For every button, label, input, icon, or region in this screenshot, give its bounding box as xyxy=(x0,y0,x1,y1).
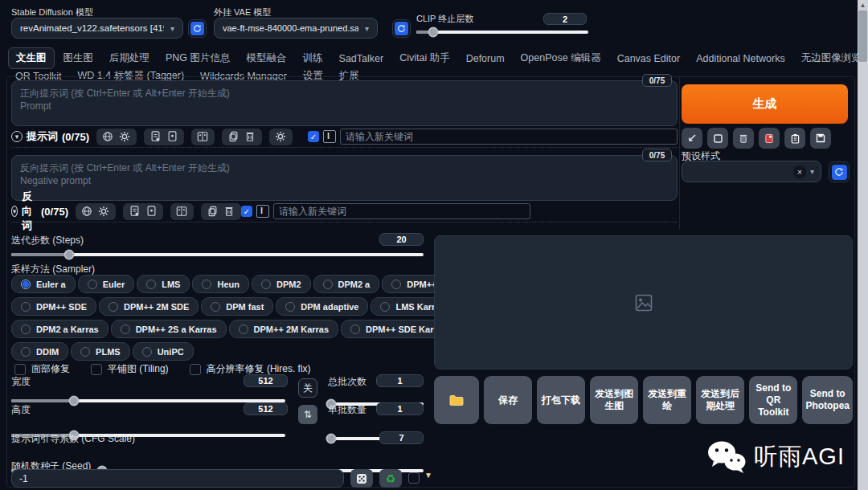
steps-value[interactable]: 20 xyxy=(379,233,424,246)
empty-square-button[interactable] xyxy=(707,128,728,149)
vae-refresh-button[interactable] xyxy=(392,19,411,38)
width-label: 宽度 xyxy=(11,375,31,389)
width-value[interactable]: 512 xyxy=(244,374,288,387)
open-folder-button[interactable] xyxy=(434,376,479,424)
sampler-option[interactable]: DDIM xyxy=(11,342,68,361)
sampler-option[interactable]: Heun xyxy=(192,275,249,293)
aspect-ratio-lock-button[interactable]: 关 xyxy=(298,378,317,398)
sampler-option[interactable]: DPM++ 2M Karras xyxy=(229,320,339,338)
random-seed-dice-button[interactable] xyxy=(350,469,373,488)
seed-extra-caret-icon[interactable]: ▼ xyxy=(424,471,432,480)
settings-gear-icon[interactable] xyxy=(119,131,131,143)
sampler-option[interactable]: DPM++ 2S a Karras xyxy=(111,320,227,338)
collapse-icon: ▾ xyxy=(11,131,23,142)
tab-additional-networks[interactable]: Additional Networks xyxy=(689,50,792,67)
radio-icon xyxy=(211,302,220,312)
new-keyword-input[interactable] xyxy=(340,129,678,145)
radio-icon xyxy=(21,325,31,334)
sampler-option[interactable]: UniPC xyxy=(133,342,194,361)
tiling-option[interactable]: 平铺图 (Tiling) xyxy=(91,362,169,376)
batch-count-value[interactable]: 1 xyxy=(376,374,424,387)
save-style-bookmark-icon[interactable] xyxy=(166,131,178,143)
sampler-option[interactable]: DPM2 xyxy=(252,275,311,293)
translate-globe-icon[interactable] xyxy=(81,206,93,218)
sampler-option[interactable]: Euler xyxy=(78,275,135,293)
sampler-option[interactable]: DPM fast xyxy=(201,297,273,316)
positive-prompt-input[interactable] xyxy=(11,80,678,126)
styles-dropdown[interactable]: × ▾ xyxy=(682,161,821,182)
send-to-extras-button[interactable]: 发送到后期处理 xyxy=(696,376,744,424)
save-style-bookmark-icon[interactable] xyxy=(145,206,158,218)
extra-seed-checkbox[interactable] xyxy=(408,472,420,484)
scrollbar-thumb[interactable] xyxy=(858,10,867,62)
prompt-template-icon[interactable] xyxy=(129,206,141,218)
output-image-panel xyxy=(434,235,853,370)
sampler-option[interactable]: DPM++ 2M SDE xyxy=(99,297,199,316)
sampler-option[interactable]: PLMS xyxy=(71,342,130,361)
width-slider[interactable] xyxy=(11,399,285,402)
tab-sadtalker[interactable]: SadTalker xyxy=(332,50,391,67)
tab-deforum[interactable]: Deforum xyxy=(459,50,512,67)
restore-faces-option[interactable]: 面部修复 xyxy=(14,362,70,376)
settings-gear-icon[interactable] xyxy=(98,206,110,218)
zip-download-button[interactable]: 打包下载 xyxy=(537,376,585,424)
save-button[interactable]: 保存 xyxy=(484,376,532,424)
negative-prompt-input[interactable] xyxy=(11,155,678,201)
paste-clipboard-button[interactable] xyxy=(784,128,805,149)
height-value[interactable]: 512 xyxy=(244,402,288,415)
send-to-qr-toolkit-button[interactable]: Send to QR Toolkit xyxy=(749,376,797,424)
translate-globe-icon[interactable] xyxy=(102,131,114,143)
sampler-option[interactable]: DPM2 a Karras xyxy=(11,320,108,338)
sampler-option[interactable]: Euler a xyxy=(11,275,76,293)
clear-prompt-trash-icon[interactable] xyxy=(223,206,235,218)
send-to-inpaint-button[interactable]: 发送到重绘 xyxy=(643,376,691,424)
reuse-seed-recycle-button[interactable]: ♻ xyxy=(379,469,402,488)
tagcomplete-gear-icon[interactable] xyxy=(275,131,287,143)
chevron-down-icon: ▾ xyxy=(358,24,369,33)
sampler-option[interactable]: LMS xyxy=(137,275,190,293)
radio-icon xyxy=(239,325,248,334)
send-to-img2img-button[interactable]: 发送到图生图 xyxy=(590,376,638,424)
sampler-option[interactable]: DPM adaptive xyxy=(276,297,368,316)
negative-toolbar-title[interactable]: ▾ 反向词 (0/75) xyxy=(11,190,68,233)
tab-civitai-helper[interactable]: Civitai 助手 xyxy=(392,48,457,68)
clear-prompt-trash-button[interactable] xyxy=(733,128,754,149)
extra-networks-icon[interactable] xyxy=(176,206,188,218)
extra-networks-icon[interactable] xyxy=(197,131,209,143)
swap-dimensions-button[interactable]: ⇅ xyxy=(298,405,317,424)
clip-skip-value[interactable]: 2 xyxy=(543,13,587,25)
tab-canvas-editor[interactable]: Canvas Editor xyxy=(610,50,688,67)
sampler-option[interactable]: DPM++ SDE xyxy=(11,297,96,316)
positive-toolbar-count: (0/75) xyxy=(62,131,89,143)
sd-model-refresh-button[interactable] xyxy=(188,19,207,38)
styles-refresh-button[interactable] xyxy=(829,161,850,182)
generate-button[interactable]: 生成 xyxy=(682,84,848,124)
save-style-floppy-button[interactable] xyxy=(810,128,831,149)
clip-skip-slider[interactable] xyxy=(416,31,588,34)
send-to-photopea-button[interactable]: Send to Photopea xyxy=(802,376,853,424)
vae-select[interactable]: vae-ft-mse-840000-ema-pruned.safetensors… xyxy=(214,18,378,39)
tab-openpose-editor[interactable]: OpenPose 编辑器 xyxy=(514,48,608,68)
steps-slider[interactable] xyxy=(11,253,424,256)
sd-model-select[interactable]: revAnimated_v122.safetensors [4199bcdd14… xyxy=(11,18,183,39)
cfg-scale-value[interactable]: 7 xyxy=(379,431,424,444)
radio-icon xyxy=(350,325,360,334)
checkbox-icon xyxy=(91,364,102,375)
copy-prompt-icon[interactable] xyxy=(227,131,240,143)
prompt-template-icon[interactable] xyxy=(149,131,162,143)
positive-toolbar-title[interactable]: ▾ 提示词 (0/75) xyxy=(11,129,89,144)
image-placeholder-icon xyxy=(635,294,653,312)
keyword-enable-checkbox[interactable]: ✓ xyxy=(308,131,319,142)
new-keyword-input[interactable] xyxy=(273,203,530,219)
scroll-up-icon[interactable]: ▲ xyxy=(858,0,868,10)
keyword-enable-checkbox[interactable]: ✓ xyxy=(241,206,252,217)
extra-networks-red-card-button[interactable] xyxy=(759,128,780,149)
sampler-option[interactable]: DPM2 a xyxy=(313,275,380,293)
copy-prompt-icon[interactable] xyxy=(207,206,219,218)
clear-styles-icon[interactable]: × xyxy=(793,165,806,178)
seed-input[interactable] xyxy=(11,469,344,488)
clear-prompt-trash-icon[interactable] xyxy=(244,131,256,143)
batch-size-value[interactable]: 1 xyxy=(376,402,424,415)
page-scrollbar[interactable]: ▲ xyxy=(858,0,868,490)
arrow-restore-params-button[interactable] xyxy=(682,128,702,149)
